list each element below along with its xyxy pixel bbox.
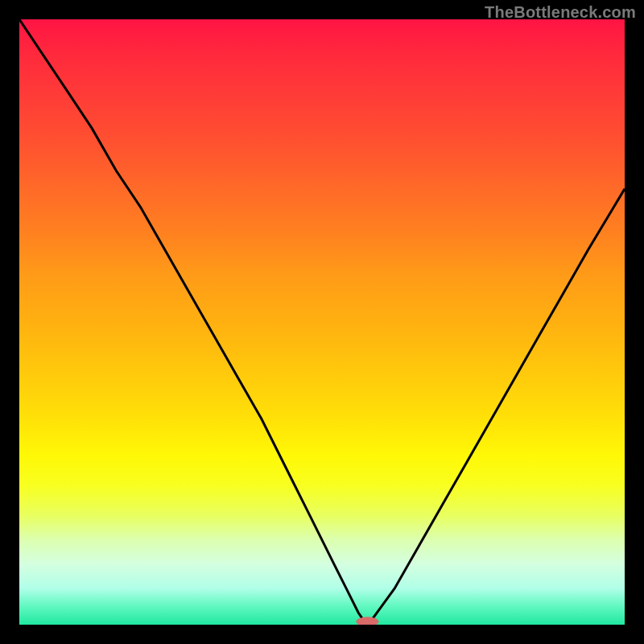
chart-stage: TheBottleneck.com	[0, 0, 644, 644]
chart-svg	[19, 19, 625, 625]
bottleneck-curve	[19, 19, 625, 621]
sweet-spot-marker	[356, 617, 378, 625]
plot-area	[19, 19, 625, 625]
